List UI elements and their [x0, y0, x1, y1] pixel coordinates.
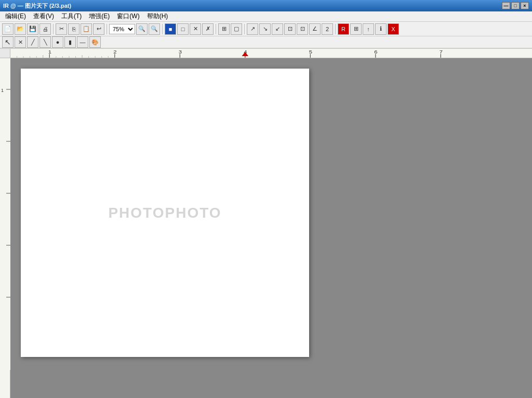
tool5[interactable]: ⊡ — [297, 23, 308, 35]
color-fill-button[interactable]: ■ — [165, 23, 176, 35]
palette-tool[interactable]: 🎨 — [89, 36, 101, 48]
zoom-select[interactable]: 50% 75% 100% 125% 150% 200% — [109, 24, 135, 34]
svg-text:3: 3 — [179, 49, 182, 55]
tool3[interactable]: ↙ — [272, 23, 283, 35]
menu-window[interactable]: 窗口(W) — [114, 11, 142, 22]
main-area: 1 PHOTOPHOTO — [0, 58, 532, 398]
select-button[interactable]: ▢ — [231, 23, 242, 35]
title-buttons: — □ × — [502, 2, 529, 9]
stroke-button[interactable]: □ — [177, 23, 189, 35]
vertical-ruler: 1 — [0, 58, 10, 398]
fill-tool[interactable]: ▮ — [64, 36, 76, 48]
sep5 — [244, 24, 245, 34]
tool6[interactable]: ∠ — [309, 23, 321, 35]
grid-button[interactable]: ⊞ — [218, 23, 230, 35]
ruler-row: 1 2 3 4 5 6 7 — [0, 49, 532, 58]
print-button[interactable]: 🖨 — [39, 23, 51, 35]
sep4 — [216, 24, 216, 34]
ruler-corner — [0, 49, 10, 58]
svg-text:4: 4 — [244, 49, 247, 55]
tool10[interactable]: ↑ — [363, 23, 374, 35]
horizontal-ruler: 1 2 3 4 5 6 7 — [10, 49, 532, 58]
cursor-tool[interactable]: ↖ — [2, 36, 14, 48]
svg-rect-30 — [0, 58, 10, 370]
sep1 — [53, 24, 54, 34]
svg-text:1: 1 — [1, 88, 4, 93]
svg-text:5: 5 — [309, 49, 313, 55]
cross-stitch-canvas[interactable] — [21, 69, 309, 357]
title-text: IR @ — 图片天下 (2/3.pat) — [3, 2, 502, 10]
menu-enhance[interactable]: 增强(E) — [86, 11, 113, 22]
minimize-button[interactable]: — — [502, 2, 510, 9]
copy-button[interactable]: ⎘ — [68, 23, 79, 35]
svg-text:1: 1 — [48, 49, 52, 55]
svg-text:2: 2 — [113, 49, 117, 55]
canvas-area: PHOTOPHOTO — [10, 58, 532, 398]
cut-button[interactable]: ✂ — [56, 23, 67, 35]
zoom-out-button[interactable]: 🔍 — [136, 23, 148, 35]
tool1[interactable]: ↗ — [247, 23, 258, 35]
tool4[interactable]: ⊡ — [284, 23, 296, 35]
tool8[interactable]: R — [338, 23, 349, 35]
main-toolbar: 📄 📂 💾 🖨 ✂ ⎘ 📋 ↩ 50% 75% 100% 125% 150% 2… — [0, 22, 532, 36]
dash-tool[interactable]: — — [77, 36, 88, 48]
tool2[interactable]: ↘ — [259, 23, 271, 35]
menu-bar: 编辑(E) 查看(V) 工具(T) 增强(E) 窗口(W) 帮助(H) — [0, 11, 532, 22]
info-button[interactable]: ℹ — [375, 23, 387, 35]
undo-button[interactable]: ↩ — [93, 23, 104, 35]
xstitch-button[interactable]: ✕ — [190, 23, 201, 35]
close-button[interactable]: × — [521, 2, 529, 9]
sep3 — [162, 24, 163, 34]
menu-view[interactable]: 查看(V) — [30, 11, 57, 22]
cross-stitch-container: PHOTOPHOTO — [21, 69, 309, 357]
maximize-button[interactable]: □ — [511, 2, 520, 9]
open-button[interactable]: 📂 — [15, 23, 26, 35]
paste-button[interactable]: 📋 — [81, 23, 92, 35]
zoom-in-button[interactable]: 🔍 — [149, 23, 160, 35]
cross-tool[interactable]: ✕ — [15, 36, 26, 48]
tool7[interactable]: 2 — [322, 23, 333, 35]
delete-button[interactable]: ✗ — [202, 23, 214, 35]
tool9[interactable]: ⊞ — [350, 23, 362, 35]
svg-text:6: 6 — [374, 49, 378, 55]
sep6 — [335, 24, 336, 34]
circle-tool[interactable]: ● — [52, 36, 63, 48]
sep2 — [107, 24, 107, 34]
line-tool[interactable]: ╱ — [27, 36, 38, 48]
menu-tools[interactable]: 工具(T) — [58, 11, 85, 22]
menu-edit[interactable]: 编辑(E) — [2, 11, 29, 22]
backslash-tool[interactable]: ╲ — [39, 36, 51, 48]
new-button[interactable]: 📄 — [2, 23, 14, 35]
menu-help[interactable]: 帮助(H) — [144, 11, 171, 22]
tool11[interactable]: X — [388, 23, 399, 35]
title-bar: IR @ — 图片天下 (2/3.pat) — □ × — [0, 0, 532, 11]
drawing-toolbar: ↖ ✕ ╱ ╲ ● ▮ — 🎨 — [0, 36, 532, 49]
svg-text:7: 7 — [440, 49, 443, 55]
save-button[interactable]: 💾 — [27, 23, 38, 35]
